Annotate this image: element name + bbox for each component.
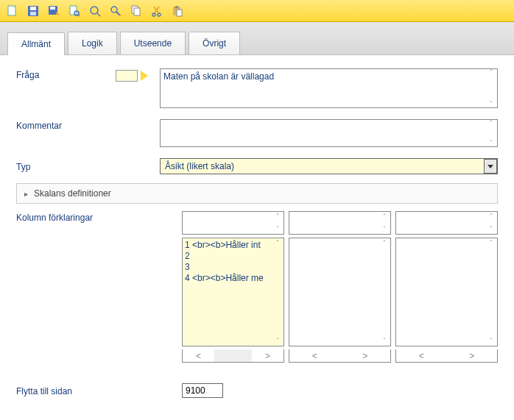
scroll-left-icon[interactable]: <: [396, 349, 447, 362]
scroll-up-icon[interactable]: ˆ: [487, 240, 496, 246]
paste-icon[interactable]: [168, 2, 187, 20]
scroll-up-icon[interactable]: ˆ: [380, 240, 389, 246]
scroll-right-icon[interactable]: >: [252, 349, 284, 362]
col3-hscroll[interactable]: < >: [395, 349, 498, 363]
fraga-scroll: ˆ ˇ: [485, 69, 497, 107]
col2-head[interactable]: ˆˇ: [289, 211, 391, 235]
tab-strip: Allmänt Logik Utseende Övrigt: [0, 22, 514, 55]
page-input[interactable]: [182, 383, 223, 398]
columns-wrap: ˆˇ 1 <br><b>Håller int 2 3 4 <br><b>Håll…: [182, 211, 498, 363]
scroll-right-icon[interactable]: >: [340, 349, 391, 362]
scroll-down-icon[interactable]: ˇ: [380, 226, 389, 232]
svg-line-8: [78, 15, 80, 16]
scroll-left-icon[interactable]: <: [183, 349, 214, 362]
col2-body[interactable]: ˆˇ: [289, 238, 391, 346]
scroll-up-icon[interactable]: ˆ: [273, 240, 282, 246]
row-kolumn: Kolumn förklaringar ˆˇ 1 <br><b>Håller i…: [16, 211, 498, 363]
toolbar: [0, 0, 514, 22]
col1-line: 1 <br><b>Håller int: [185, 240, 273, 251]
save-as-icon[interactable]: [44, 2, 63, 20]
label-fraga: Fråga: [16, 68, 116, 80]
col1-hscroll[interactable]: < >: [182, 349, 284, 363]
row-typ: Typ Åsikt (likert skala): [16, 158, 498, 174]
svg-point-18: [152, 13, 155, 16]
cut-icon[interactable]: [147, 2, 166, 20]
tab-label: Logik: [82, 38, 103, 49]
kommentar-textarea[interactable]: [160, 119, 498, 147]
column-2: ˆˇ ˆˇ < >: [289, 211, 391, 363]
copy-icon[interactable]: [127, 2, 146, 20]
scroll-up-icon[interactable]: ˆ: [273, 213, 282, 220]
svg-point-9: [91, 7, 98, 14]
column-1: ˆˇ 1 <br><b>Håller int 2 3 4 <br><b>Håll…: [182, 211, 284, 363]
col1-line: 2: [185, 251, 273, 262]
typ-select[interactable]: Åsikt (likert skala): [160, 158, 498, 174]
svg-rect-2: [30, 7, 36, 10]
label-kommentar: Kommentar: [16, 119, 116, 131]
chevron-right-icon: [24, 188, 28, 199]
row-flytta: Flytta till sidan: [16, 383, 498, 398]
scroll-up-icon[interactable]: ˆ: [487, 213, 496, 220]
kommentar-scroll: ˆ ˇ: [485, 120, 497, 146]
tab-label: Allmänt: [21, 39, 51, 49]
scroll-down-icon[interactable]: ˇ: [273, 338, 282, 344]
scroll-right-icon[interactable]: >: [447, 349, 498, 362]
scroll-down-icon[interactable]: ˇ: [485, 101, 497, 107]
scroll-left-icon[interactable]: <: [289, 349, 340, 362]
row-kommentar: Kommentar ˆ ˇ: [16, 119, 498, 149]
svg-rect-5: [50, 7, 55, 10]
scroll-down-icon[interactable]: ˇ: [485, 140, 497, 146]
column-3: ˆˇ ˆˇ < >: [395, 211, 498, 363]
color-swatch-wrap: [116, 68, 160, 82]
scroll-down-icon[interactable]: ˇ: [487, 226, 496, 232]
svg-rect-3: [30, 12, 36, 15]
zoom-icon[interactable]: [85, 2, 105, 20]
svg-rect-22: [177, 10, 182, 16]
new-doc-icon[interactable]: [3, 2, 22, 20]
tab-label: Utseende: [134, 38, 172, 49]
scroll-down-icon[interactable]: ˇ: [487, 338, 496, 344]
label-flytta: Flytta till sidan: [16, 385, 116, 396]
scroll-up-icon[interactable]: ˆ: [485, 120, 497, 127]
page-find-icon[interactable]: [65, 2, 84, 20]
svg-rect-21: [175, 6, 178, 8]
svg-point-13: [119, 14, 122, 16]
tab-logik[interactable]: Logik: [68, 32, 117, 54]
tab-allmant[interactable]: Allmänt: [7, 32, 65, 55]
scroll-down-icon[interactable]: ˇ: [273, 226, 282, 232]
tab-label: Övrigt: [203, 38, 226, 49]
scroll-up-icon[interactable]: ˆ: [380, 213, 389, 220]
svg-rect-15: [134, 8, 140, 15]
row-fraga: Fråga ˆ ˇ: [16, 68, 498, 110]
label-typ: Typ: [16, 160, 116, 172]
col1-head[interactable]: ˆˇ: [182, 211, 284, 235]
svg-point-19: [158, 13, 161, 16]
scroll-up-icon[interactable]: ˆ: [485, 69, 497, 76]
svg-point-11: [111, 7, 117, 13]
label-kolumn: Kolumn förklaringar: [16, 211, 116, 223]
accordion-skalans-def[interactable]: Skalans definitioner: [16, 183, 498, 204]
wrench-icon[interactable]: [106, 2, 125, 20]
arrow-right-icon: [141, 71, 148, 81]
fraga-textarea[interactable]: [160, 68, 498, 108]
color-swatch[interactable]: [116, 70, 138, 82]
tab-content: Fråga ˆ ˇ Kommentar ˆ ˇ Typ Åsikt: [0, 55, 514, 420]
tab-ovrigt[interactable]: Övrigt: [189, 32, 240, 54]
col3-head[interactable]: ˆˇ: [395, 211, 498, 235]
svg-line-10: [97, 13, 100, 16]
chevron-down-icon[interactable]: [484, 159, 497, 174]
kommentar-wrap: ˆ ˇ: [160, 119, 498, 149]
scroll-track[interactable]: [214, 349, 252, 362]
col1-line: 3: [185, 262, 273, 273]
col1-line: 4 <br><b>Håller me: [185, 273, 273, 284]
accordion-label: Skalans definitioner: [34, 188, 111, 199]
scroll-down-icon[interactable]: ˇ: [380, 338, 389, 344]
tab-utseende[interactable]: Utseende: [120, 32, 186, 54]
col3-body[interactable]: ˆˇ: [395, 238, 498, 346]
fraga-wrap: ˆ ˇ: [160, 68, 498, 110]
svg-rect-6: [70, 6, 77, 15]
col2-hscroll[interactable]: < >: [289, 349, 391, 363]
col1-body[interactable]: 1 <br><b>Håller int 2 3 4 <br><b>Håller …: [182, 238, 284, 346]
typ-selected-value: Åsikt (likert skala): [161, 161, 497, 171]
save-icon[interactable]: [24, 2, 43, 20]
